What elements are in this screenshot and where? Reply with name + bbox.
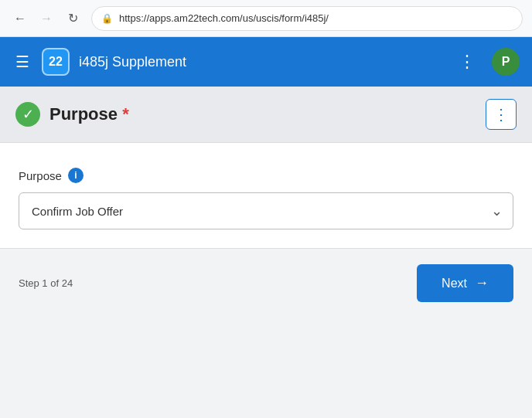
field-label-group: Purpose i bbox=[19, 168, 513, 183]
browser-nav: ← → ↻ bbox=[9, 8, 84, 29]
section-title: Purpose * bbox=[49, 104, 129, 124]
step-label: Step 1 of 24 bbox=[19, 277, 73, 289]
app-header: ☰ 22 i485j Supplement ⋮ P bbox=[0, 37, 532, 87]
header-more-button[interactable]: ⋮ bbox=[452, 49, 483, 75]
hamburger-icon[interactable]: ☰ bbox=[12, 49, 32, 74]
field-label-text: Purpose bbox=[19, 169, 62, 182]
section-header: ✓ Purpose * ⋮ bbox=[0, 87, 532, 143]
next-arrow-icon: → bbox=[475, 275, 489, 291]
browser-chrome: ← → ↻ 🔒 https://apps.am22tech.com/us/usc… bbox=[0, 0, 532, 37]
main-content: Purpose i Confirm Job Offer Request Exte… bbox=[0, 143, 532, 248]
app-logo: 22 bbox=[42, 48, 70, 76]
forward-button[interactable]: → bbox=[36, 8, 57, 29]
page-footer: Step 1 of 24 Next → bbox=[0, 248, 532, 318]
info-icon[interactable]: i bbox=[68, 168, 84, 183]
section-menu-icon: ⋮ bbox=[493, 105, 510, 124]
next-button-label: Next bbox=[442, 277, 467, 291]
lock-icon: 🔒 bbox=[101, 13, 113, 24]
app-title: i485j Supplement bbox=[79, 54, 443, 70]
required-star: * bbox=[122, 104, 129, 124]
reload-button[interactable]: ↻ bbox=[62, 8, 84, 29]
section-menu-button[interactable]: ⋮ bbox=[486, 99, 517, 130]
url-text: https://apps.am22tech.com/us/uscis/form/… bbox=[119, 12, 329, 24]
address-bar[interactable]: 🔒 https://apps.am22tech.com/us/uscis/for… bbox=[91, 6, 523, 31]
avatar[interactable]: P bbox=[492, 48, 520, 76]
check-circle-icon: ✓ bbox=[15, 102, 40, 127]
purpose-select[interactable]: Confirm Job Offer Request Extension Requ… bbox=[19, 192, 513, 229]
section-title-group: ✓ Purpose * bbox=[15, 102, 129, 127]
back-button[interactable]: ← bbox=[9, 8, 31, 29]
select-wrapper: Confirm Job Offer Request Extension Requ… bbox=[19, 192, 513, 229]
next-button[interactable]: Next → bbox=[417, 264, 513, 302]
